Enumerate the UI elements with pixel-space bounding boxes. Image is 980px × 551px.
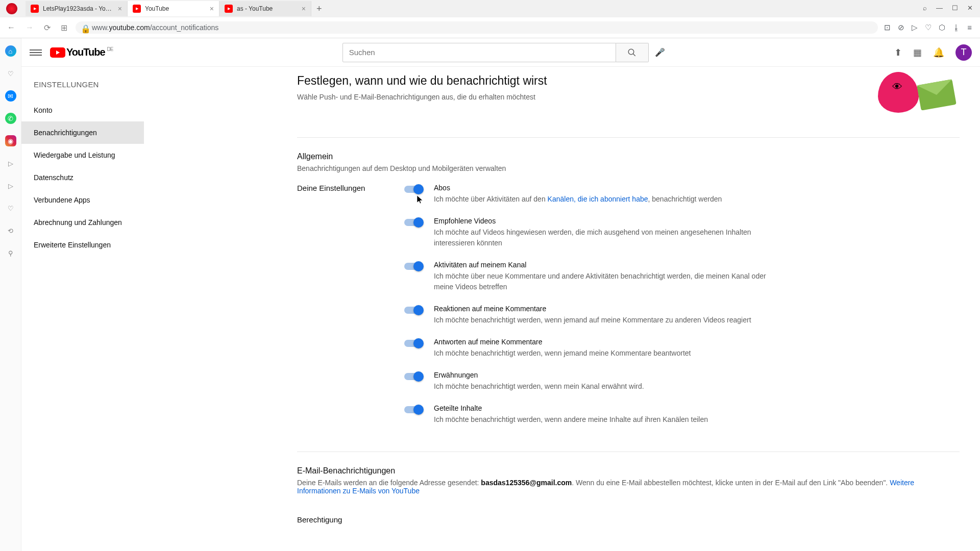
toggle-switch[interactable] [404, 373, 423, 380]
section-title-email: E-Mail-Benachrichtigungen [297, 466, 960, 475]
svg-point-0 [628, 49, 634, 55]
settings-sidebar: EINSTELLUNGEN Konto Benachrichtigungen W… [21, 67, 144, 551]
url-field[interactable]: 🔒 www.youtube.com/account_notifications [76, 21, 878, 34]
toggle-title: Empfohlene Videos [434, 217, 782, 225]
browser-tab[interactable]: YouTube × [128, 1, 219, 16]
tab-title: YouTube [145, 5, 207, 12]
close-icon[interactable]: × [210, 5, 214, 13]
toggle-switch[interactable] [404, 263, 423, 270]
history-icon[interactable]: ⟲ [5, 225, 16, 236]
toggle-switch[interactable] [404, 340, 423, 347]
sidebar-item-playback[interactable]: Wiedergabe und Leistung [21, 144, 144, 166]
permission-label: Berechtigung [297, 515, 960, 524]
divider [297, 137, 960, 138]
block-icon[interactable]: ⊘ [898, 23, 904, 32]
browser-tab[interactable]: as - YouTube × [219, 1, 311, 16]
heart-icon[interactable]: ♡ [5, 68, 16, 79]
toggle-title: Aktivitäten auf meinem Kanal [434, 261, 782, 269]
search-box [342, 43, 649, 62]
settings-group-label: Deine Einstellungen [297, 184, 404, 437]
section-title-general: Allgemein [297, 152, 960, 161]
sidebar-title: EINSTELLUNGEN [21, 72, 144, 99]
search-icon [627, 48, 636, 57]
youtube-favicon-icon [133, 5, 141, 13]
toggle-row: Geteilte InhalteIch möchte benachrichtig… [404, 404, 782, 425]
player-icon[interactable]: ▷ [5, 180, 16, 191]
forward-icon: → [23, 22, 36, 33]
menu-icon[interactable]: ≡ [967, 23, 972, 32]
email-address: basdas125356@gmail.com [481, 479, 572, 487]
reload-icon[interactable]: ⟳ [42, 22, 53, 34]
bell-icon[interactable]: 🔔 [933, 47, 944, 58]
toggle-description: Ich möchte auf Videos hingewiesen werden… [434, 227, 782, 248]
toggle-switch[interactable] [404, 186, 423, 193]
location-icon[interactable]: ⚲ [5, 247, 16, 259]
play-icon[interactable]: ▷ [5, 158, 16, 169]
address-bar: ← → ⟳ ⊞ 🔒 www.youtube.com/account_notifi… [0, 17, 980, 38]
url-text: www.youtube.com/account_notifications [92, 23, 218, 32]
new-tab-button[interactable]: + [311, 4, 327, 14]
home-icon[interactable]: ⌂ [5, 45, 16, 57]
cube-icon[interactable]: ⬡ [939, 23, 945, 32]
youtube-play-icon [50, 47, 65, 58]
minimize-icon[interactable]: — [936, 4, 943, 12]
mic-icon[interactable]: 🎤 [655, 47, 665, 57]
camera-icon[interactable]: ⊡ [884, 23, 891, 32]
toggle-switch[interactable] [404, 406, 423, 413]
opera-logo-icon[interactable] [6, 3, 17, 14]
instagram-icon[interactable]: ◉ [5, 135, 16, 146]
whatsapp-icon[interactable]: ✆ [5, 113, 16, 124]
youtube-app: YouTube DE 🎤 ⬆ ▦ 🔔 T EINS [21, 38, 980, 551]
youtube-logo[interactable]: YouTube DE [50, 46, 113, 58]
sidebar-item-advanced[interactable]: Erweiterte Einstellungen [21, 234, 144, 256]
sidebar-item-connected-apps[interactable]: Verbundene Apps [21, 189, 144, 211]
grid-icon[interactable]: ⊞ [59, 22, 69, 34]
close-icon[interactable]: × [302, 5, 306, 13]
maximize-icon[interactable]: ☐ [952, 4, 958, 12]
toggle-description: Ich möchte benachrichtigt werden, wenn a… [434, 414, 708, 425]
messenger-icon[interactable]: ✉ [5, 90, 16, 102]
hamburger-icon[interactable] [30, 46, 42, 59]
sidebar-item-privacy[interactable]: Datenschutz [21, 166, 144, 189]
channels-link[interactable]: Kanälen, die ich abonniert habe [548, 195, 648, 203]
heart-icon[interactable]: ♡ [925, 23, 932, 32]
section-subtitle: Benachrichtigungen auf dem Desktop und M… [297, 164, 960, 172]
toggle-row: Antworten auf meine KommentareIch möchte… [404, 338, 782, 359]
back-icon[interactable]: ← [5, 22, 17, 33]
sidebar-item-billing[interactable]: Abrechnung und Zahlungen [21, 211, 144, 234]
opera-sidebar: ⌂ ♡ ✉ ✆ ◉ ▷ ▷ ♡ ⟲ ⚲ [0, 38, 21, 551]
upload-icon[interactable]: ⬆ [894, 47, 902, 58]
download-icon[interactable]: ⭳ [952, 23, 960, 32]
search-icon[interactable]: ⌕ [923, 4, 927, 12]
apps-icon[interactable]: ▦ [913, 47, 922, 58]
tab-bar: LetsPlay1923asda - YouTu × YouTube × as … [0, 0, 980, 17]
settings-panel: Festlegen, wann und wie du benachrichtig… [144, 67, 980, 551]
sidebar-item-account[interactable]: Konto [21, 99, 144, 121]
close-icon[interactable]: × [118, 5, 122, 13]
search-button[interactable] [616, 43, 649, 62]
email-description: Deine E-Mails werden an die folgende Adr… [297, 479, 960, 495]
toggle-switch[interactable] [404, 307, 423, 314]
toggle-description: Ich möchte benachrichtigt werden, wenn j… [434, 348, 691, 359]
search-input[interactable] [342, 43, 616, 62]
sidebar-item-notifications[interactable]: Benachrichtigungen [21, 121, 144, 144]
toggle-row: Empfohlene VideosIch möchte auf Videos h… [404, 217, 782, 248]
hero-illustration [868, 67, 960, 123]
toggle-title: Reaktionen auf meine Kommentare [434, 305, 751, 313]
country-code: DE [107, 46, 113, 52]
avatar[interactable]: T [955, 44, 972, 61]
heart2-icon[interactable]: ♡ [5, 203, 16, 214]
close-window-icon[interactable]: ✕ [967, 4, 973, 12]
toggle-title: Geteilte Inhalte [434, 404, 708, 412]
youtube-favicon-icon [225, 5, 233, 13]
window-controls: ⌕ — ☐ ✕ [916, 0, 980, 16]
toggle-description: Ich möchte benachrichtigt werden, wenn m… [434, 381, 644, 392]
hero: Festlegen, wann und wie du benachrichtig… [297, 67, 960, 123]
lock-icon: 🔒 [81, 24, 88, 31]
toggle-switch[interactable] [404, 219, 423, 226]
send-icon[interactable]: ▷ [912, 23, 918, 32]
toggle-row: Reaktionen auf meine KommentareIch möcht… [404, 305, 782, 325]
youtube-header: YouTube DE 🎤 ⬆ ▦ 🔔 T [21, 38, 980, 67]
browser-tab[interactable]: LetsPlay1923asda - YouTu × [26, 1, 128, 16]
addr-right-icons: ⊡ ⊘ ▷ ♡ ⬡ ⭳ ≡ [884, 23, 975, 32]
